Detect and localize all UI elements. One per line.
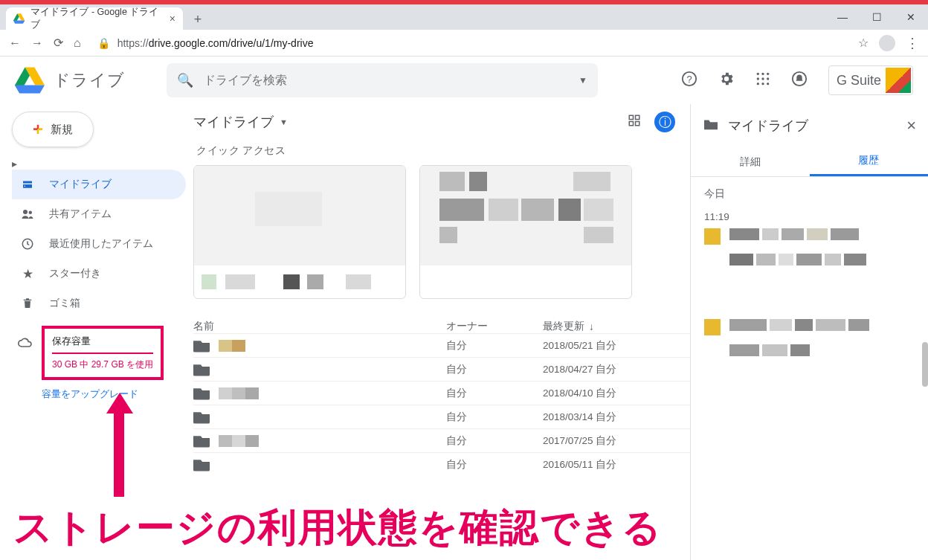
sidebar-item-shared[interactable]: 共有アイテム <box>12 199 186 229</box>
history-redacted-text <box>729 228 859 245</box>
main-content: マイドライブ ▼ ⓘ クイック アクセス <box>186 104 690 560</box>
help-icon[interactable]: ? <box>681 71 697 91</box>
filename-redacted <box>219 340 245 352</box>
drive-header: ドライブ 🔍 ▼ ? G Suite <box>0 57 928 104</box>
file-modified: 2018/03/14 自分 <box>543 411 651 424</box>
details-scrollbar[interactable] <box>922 342 928 387</box>
file-row[interactable]: 自分2018/05/21 自分 <box>193 333 690 357</box>
quick-access-card[interactable] <box>193 165 406 299</box>
file-modified: 2018/04/10 自分 <box>543 387 651 400</box>
details-tab-detail[interactable]: 詳細 <box>691 147 810 176</box>
card-footer <box>194 265 405 298</box>
history-thumb-icon <box>704 319 721 335</box>
file-row[interactable]: 自分2018/04/27 自分 <box>193 357 690 381</box>
filename-redacted <box>219 387 259 399</box>
window-maximize-button[interactable]: ☐ <box>860 11 894 23</box>
expand-caret-icon[interactable]: ▸ <box>12 158 17 170</box>
new-button[interactable]: + 新規 <box>12 112 94 147</box>
svg-marker-2 <box>13 20 25 23</box>
settings-gear-icon[interactable] <box>718 71 735 91</box>
browser-tab-title: マイドライブ - Google ドライブ <box>30 6 163 31</box>
column-name-header[interactable]: 名前 <box>193 320 446 333</box>
history-item[interactable] <box>704 319 915 335</box>
view-grid-icon[interactable] <box>628 114 641 131</box>
history-item[interactable] <box>729 254 915 265</box>
sidebar: + 新規 ▸ マイドライブ 共有アイテム 最近使用したアイテム <box>0 104 186 560</box>
tab-close-icon[interactable]: × <box>170 13 175 25</box>
sidebar-item-my-drive[interactable]: マイドライブ <box>12 170 186 199</box>
quick-access-card[interactable] <box>419 165 632 299</box>
breadcrumb-label: マイドライブ <box>193 113 274 131</box>
folder-icon <box>193 387 210 400</box>
breadcrumb-my-drive[interactable]: マイドライブ ▼ <box>193 113 288 131</box>
search-input[interactable] <box>204 74 568 87</box>
forward-button[interactable]: → <box>31 36 43 50</box>
lock-icon: 🔒 <box>97 37 110 49</box>
history-item[interactable] <box>729 344 915 356</box>
notifications-bell-icon[interactable] <box>791 71 808 91</box>
sidebar-item-recent[interactable]: 最近使用したアイテム <box>12 229 186 259</box>
svg-point-20 <box>23 210 28 214</box>
svg-point-14 <box>757 83 759 85</box>
file-row[interactable]: 自分2016/05/11 自分 <box>193 452 690 476</box>
svg-point-21 <box>29 211 33 215</box>
svg-marker-5 <box>15 85 45 93</box>
folder-icon <box>193 363 210 376</box>
search-options-caret-icon[interactable]: ▼ <box>579 75 587 86</box>
back-button[interactable]: ← <box>9 36 21 50</box>
folder-icon <box>193 411 210 424</box>
address-bar[interactable]: 🔒 https://drive.google.com/drive/u/1/my-… <box>91 34 848 52</box>
upgrade-storage-link[interactable]: 容量をアップグレード <box>42 387 186 401</box>
profile-avatar[interactable] <box>879 35 895 51</box>
window-close-button[interactable]: ✕ <box>894 11 928 23</box>
new-tab-button[interactable]: + <box>187 9 208 30</box>
info-details-button[interactable]: ⓘ <box>654 112 675 132</box>
svg-text:?: ? <box>686 73 692 84</box>
home-button[interactable]: ⌂ <box>74 36 81 50</box>
file-modified: 2017/07/25 自分 <box>543 434 651 448</box>
svg-point-15 <box>761 83 764 85</box>
card-preview <box>420 166 631 265</box>
column-modified-header[interactable]: 最終更新 ↓ <box>543 320 651 333</box>
browser-menu-button[interactable]: ⋮ <box>906 35 919 51</box>
file-owner: 自分 <box>446 434 543 448</box>
new-button-label: 新規 <box>51 123 73 137</box>
apps-grid-icon[interactable] <box>755 71 770 90</box>
cloud-icon <box>12 326 33 352</box>
file-row[interactable]: 自分2018/03/14 自分 <box>193 405 690 428</box>
svg-rect-23 <box>629 115 633 119</box>
svg-point-9 <box>761 72 764 74</box>
shared-icon <box>19 207 36 221</box>
svg-rect-24 <box>636 115 639 119</box>
plus-icon: + <box>33 119 43 140</box>
breadcrumb-caret-icon: ▼ <box>280 118 288 126</box>
bookmark-star-icon[interactable]: ☆ <box>858 36 869 50</box>
filename-redacted <box>219 435 259 447</box>
details-tab-history[interactable]: 履歴 <box>810 147 929 176</box>
window-minimize-button[interactable]: — <box>825 11 860 23</box>
browser-tab-strip: マイドライブ - Google ドライブ × + — ☐ ✕ <box>0 4 928 30</box>
file-row[interactable]: 自分2017/07/25 自分 <box>193 428 690 452</box>
sidebar-item-starred[interactable]: ★ スター付き <box>12 259 186 289</box>
history-day-heading: 今日 <box>704 187 915 201</box>
search-bar[interactable]: 🔍 ▼ <box>167 63 598 97</box>
details-close-button[interactable]: × <box>906 116 916 135</box>
svg-point-19 <box>25 186 26 187</box>
file-modified: 2018/04/27 自分 <box>543 363 651 376</box>
reload-button[interactable]: ⟳ <box>54 36 63 50</box>
gsuite-badge[interactable]: G Suite <box>828 65 913 95</box>
history-thumb-icon <box>704 228 721 245</box>
file-row[interactable]: 自分2018/04/10 自分 <box>193 381 690 405</box>
my-drive-icon <box>19 178 36 191</box>
sidebar-item-trash[interactable]: ゴミ箱 <box>12 289 186 318</box>
details-title: マイドライブ <box>728 117 808 135</box>
browser-tab[interactable]: マイドライブ - Google ドライブ × <box>6 7 183 30</box>
history-item[interactable] <box>704 228 915 245</box>
column-owner-header[interactable]: オーナー <box>446 320 543 333</box>
storage-title[interactable]: 保存容量 <box>52 335 153 348</box>
file-owner: 自分 <box>446 339 543 353</box>
svg-rect-26 <box>636 121 639 125</box>
folder-icon <box>193 339 210 353</box>
file-owner: 自分 <box>446 387 543 400</box>
svg-point-11 <box>757 77 759 80</box>
